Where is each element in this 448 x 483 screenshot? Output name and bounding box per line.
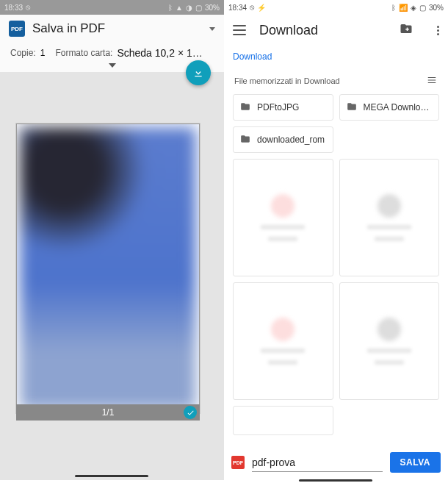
- check-icon: [187, 409, 195, 417]
- list-view-toggle[interactable]: [426, 75, 438, 87]
- file-name-placeholder: [261, 225, 305, 229]
- file-item[interactable]: [233, 282, 333, 400]
- page-indicator-bar: 1/1: [16, 404, 200, 421]
- file-meta-placeholder: [268, 237, 297, 241]
- format-value[interactable]: Scheda 10,2 × 1…: [117, 47, 214, 59]
- menu-icon[interactable]: [233, 25, 246, 35]
- page-selected-check[interactable]: [184, 406, 197, 419]
- file-item[interactable]: [233, 406, 333, 435]
- print-options: Copie: 1 Formato carta: Scheda 10,2 × 1…: [0, 43, 224, 63]
- battery-icon: ▢: [419, 4, 426, 12]
- new-folder-button[interactable]: [399, 22, 413, 38]
- status-bar: 18:34 ⦸ ⚡ ᛒ 📶 ◈ ▢ 30%: [224, 0, 448, 15]
- status-bar: 18:33 ⦸ ᛒ ▲ ◑ ▢ 30%: [0, 0, 224, 15]
- file-thumb: [377, 194, 401, 218]
- file-thumb: [377, 318, 401, 341]
- file-name-placeholder: [367, 348, 411, 353]
- folder-item[interactable]: PDFtoJPG: [233, 94, 333, 121]
- save-pdf-fab[interactable]: [186, 60, 211, 85]
- folder-icon: [346, 101, 358, 114]
- signal-icon: ▲: [176, 4, 183, 12]
- folder-label: MEGA Downloa…: [364, 102, 433, 112]
- file-name-placeholder: [261, 348, 305, 353]
- charge-icon: ⚡: [257, 4, 266, 12]
- page-image: [20, 127, 196, 409]
- signal-icon: 📶: [399, 4, 408, 12]
- status-time: 18:33: [4, 4, 23, 12]
- folder-label: PDFtoJPG: [257, 102, 299, 112]
- download-pdf-icon: [192, 67, 204, 79]
- wifi-icon: ◑: [186, 4, 192, 12]
- folder-icon: [239, 101, 251, 114]
- folder-item[interactable]: MEGA Downloa…: [339, 94, 440, 121]
- file-item[interactable]: [233, 159, 333, 276]
- copies-label: Copie:: [10, 48, 36, 58]
- dnd-icon: ⦸: [250, 3, 254, 12]
- file-meta-placeholder: [375, 237, 404, 241]
- file-item[interactable]: [339, 159, 440, 276]
- page-indicator: 1/1: [102, 407, 115, 418]
- file-picker-titlebar: Download: [224, 15, 448, 46]
- print-preview: 1/1: [0, 72, 224, 480]
- picker-title: Download: [259, 23, 386, 38]
- overflow-menu[interactable]: [437, 26, 439, 35]
- folder-label: downloaded_rom: [257, 135, 325, 145]
- page-thumbnail[interactable]: [16, 124, 200, 413]
- status-time: 18:34: [228, 4, 247, 12]
- filename-input[interactable]: [252, 454, 383, 472]
- copies-value[interactable]: 1: [40, 48, 46, 58]
- print-destination-title: Salva in PDF: [32, 21, 202, 36]
- pdf-type-icon: PDF: [231, 456, 245, 469]
- section-label: File memorizzati in Download: [234, 76, 340, 85]
- save-bar: PDF SALVA: [224, 452, 448, 473]
- save-button[interactable]: SALVA: [390, 452, 441, 473]
- files-section-header: File memorizzati in Download: [224, 65, 448, 90]
- file-item[interactable]: [339, 282, 440, 400]
- bluetooth-icon: ᛒ: [391, 4, 396, 12]
- print-destination-row[interactable]: PDF Salva in PDF: [0, 15, 224, 43]
- folder-icon: [239, 134, 251, 146]
- chevron-down-icon: [109, 63, 116, 68]
- file-thumb: [271, 194, 295, 218]
- nav-handle[interactable]: [75, 475, 148, 477]
- battery-pct: 30%: [205, 4, 220, 12]
- pdf-app-icon: PDF: [9, 21, 25, 37]
- file-name-placeholder: [367, 225, 411, 229]
- folder-item[interactable]: downloaded_rom: [233, 126, 333, 153]
- battery-pct: 30%: [429, 4, 444, 12]
- dnd-icon: ⦸: [26, 3, 30, 12]
- folder-grid: PDFtoJPG MEGA Downloa… downloaded_rom: [224, 90, 448, 440]
- format-label: Formato carta:: [55, 48, 112, 58]
- battery-icon: ▢: [195, 4, 202, 12]
- breadcrumb[interactable]: Download: [224, 46, 448, 65]
- file-meta-placeholder: [375, 360, 404, 365]
- file-thumb: [271, 318, 295, 341]
- nav-handle[interactable]: [299, 479, 372, 482]
- bluetooth-icon: ᛒ: [168, 4, 173, 12]
- chevron-down-icon[interactable]: [209, 27, 215, 31]
- file-meta-placeholder: [268, 360, 297, 365]
- wifi-icon: ◈: [411, 4, 416, 12]
